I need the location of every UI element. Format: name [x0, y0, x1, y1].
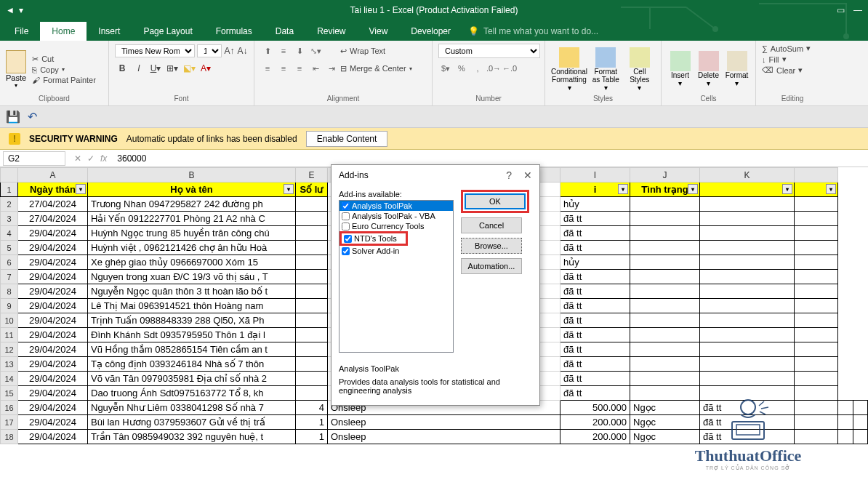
- copy-button[interactable]: ⎘Copy▾: [32, 65, 96, 74]
- align-bottom-icon[interactable]: ⬇: [292, 44, 307, 58]
- cell-styles-button[interactable]: Cell Styles▾: [624, 47, 656, 92]
- indent-inc-icon[interactable]: ⇥: [324, 61, 339, 76]
- filter-arrow-icon[interactable]: ▾: [782, 184, 792, 194]
- group-label-number: Number: [438, 95, 539, 103]
- number-format-select[interactable]: Custom: [438, 44, 540, 58]
- tab-file[interactable]: File: [3, 22, 40, 41]
- filter-arrow-icon[interactable]: ▾: [688, 184, 698, 194]
- align-center-icon[interactable]: ≡: [276, 61, 291, 76]
- close-icon[interactable]: ✕: [523, 169, 532, 181]
- delete-cells-button[interactable]: Delete▾: [696, 51, 721, 87]
- tab-developer[interactable]: Developer: [399, 22, 462, 41]
- align-left-icon[interactable]: ≡: [260, 61, 275, 76]
- name-box[interactable]: [3, 151, 65, 166]
- undo-icon[interactable]: ↶: [28, 110, 37, 124]
- group-clipboard: Paste ▾ ✂Cut ⎘Copy▾ 🖌Format Painter Clip…: [0, 41, 109, 105]
- tab-insert[interactable]: Insert: [87, 22, 132, 41]
- minimize-icon[interactable]: —: [853, 5, 862, 15]
- clear-button[interactable]: ⌫Clear▾: [762, 65, 823, 75]
- enable-content-button[interactable]: Enable Content: [306, 131, 388, 147]
- decrease-decimal-icon[interactable]: ←.0: [502, 61, 517, 76]
- font-color-button[interactable]: A▾: [198, 61, 213, 76]
- tab-formulas[interactable]: Formulas: [204, 22, 264, 41]
- cellstyle-icon: [630, 47, 650, 68]
- format-as-table-button[interactable]: Format as Table▾: [590, 47, 622, 92]
- wrap-text-button[interactable]: ↩Wrap Text: [340, 44, 385, 58]
- cancel-formula-icon[interactable]: ✕: [74, 153, 81, 164]
- list-item: Analysis ToolPak - VBA: [339, 211, 453, 221]
- tab-home[interactable]: Home: [40, 22, 87, 41]
- qat-more-icon[interactable]: ▾: [19, 5, 23, 15]
- lightbulb-icon: 💡: [468, 26, 479, 36]
- ribbon-tabs: File Home Insert Page Layout Formulas Da…: [0, 20, 868, 41]
- paste-button[interactable]: Paste ▾: [6, 50, 26, 89]
- table-icon: [595, 47, 616, 68]
- list-item: Euro Currency Tools: [339, 221, 453, 231]
- filter-arrow-icon[interactable]: ▾: [284, 184, 294, 194]
- enter-formula-icon[interactable]: ✓: [87, 153, 95, 164]
- border-button[interactable]: ⊞▾: [165, 61, 180, 76]
- filter-arrow-icon[interactable]: ▾: [618, 184, 628, 194]
- list-item: Solver Add-in: [339, 246, 453, 256]
- back-icon[interactable]: ◄: [6, 5, 15, 15]
- eraser-icon: ⌫: [762, 65, 773, 75]
- currency-icon[interactable]: $▾: [438, 61, 453, 76]
- format-cells-button[interactable]: Format▾: [724, 51, 750, 87]
- warning-icon: !: [9, 133, 20, 145]
- col-header-status: Tình trạng▾: [630, 183, 700, 197]
- dialog-description: Analysis ToolPak Provides data analysis …: [331, 361, 539, 405]
- cut-button[interactable]: ✂Cut: [32, 55, 96, 64]
- bold-button[interactable]: B: [115, 61, 129, 76]
- automation-button[interactable]: Automation...: [461, 258, 522, 274]
- list-item: Analysis ToolPak: [339, 201, 453, 211]
- percent-icon[interactable]: %: [454, 61, 469, 76]
- dialog-titlebar[interactable]: Add-ins ? ✕: [331, 165, 539, 185]
- fill-button[interactable]: ↓Fill▾: [762, 55, 823, 64]
- ok-button[interactable]: OK: [465, 193, 526, 209]
- tell-me[interactable]: 💡 Tell me what you want to do...: [468, 26, 598, 41]
- browse-button[interactable]: Browse...: [461, 238, 522, 254]
- group-cells: Insert▾ Delete▾ Format▾ Cells: [662, 41, 756, 105]
- filter-arrow-icon[interactable]: ▾: [826, 184, 836, 194]
- font-size-select[interactable]: 13: [197, 44, 222, 57]
- fx-icon[interactable]: fx: [100, 153, 107, 164]
- align-right-icon[interactable]: ≡: [292, 61, 307, 76]
- align-middle-icon[interactable]: ≡: [276, 44, 291, 58]
- insert-icon: [670, 51, 691, 71]
- increase-font-icon[interactable]: A↑: [224, 44, 235, 58]
- table-row[interactable]: 18 29/04/2024 Trần Tân 0985949032 392 ng…: [1, 430, 868, 444]
- group-label-editing: Editing: [762, 95, 823, 103]
- format-painter-button[interactable]: 🖌Format Painter: [32, 76, 96, 84]
- group-alignment: ⬆ ≡ ⬇ ⤡▾ ↩Wrap Text ≡ ≡ ≡ ⇤ ⇥ ⊟Merge & C…: [254, 41, 433, 105]
- align-top-icon[interactable]: ⬆: [260, 44, 275, 58]
- cancel-button[interactable]: Cancel: [461, 217, 522, 233]
- increase-decimal-icon[interactable]: .0→: [486, 61, 501, 76]
- save-icon[interactable]: 💾: [6, 110, 20, 124]
- addins-listbox[interactable]: Analysis ToolPak Analysis ToolPak - VBA …: [339, 200, 454, 353]
- group-label-font: Font: [115, 95, 248, 103]
- ribbon-options-icon[interactable]: ▭: [837, 5, 845, 15]
- orientation-icon[interactable]: ⤡▾: [308, 44, 323, 58]
- table-row[interactable]: 17 29/04/2024 Bùi lan Hương 0379593607 G…: [1, 415, 868, 430]
- tab-view[interactable]: View: [358, 22, 400, 41]
- italic-button[interactable]: I: [132, 61, 146, 76]
- security-title: SECURITY WARNING: [29, 134, 118, 144]
- underline-button[interactable]: U▾: [148, 61, 163, 76]
- filter-arrow-icon[interactable]: ▾: [76, 184, 86, 194]
- tab-page-layout[interactable]: Page Layout: [132, 22, 204, 41]
- tab-review[interactable]: Review: [305, 22, 357, 41]
- merge-center-button[interactable]: ⊟Merge & Center▾: [340, 61, 412, 76]
- comma-icon[interactable]: ,: [470, 61, 485, 76]
- tab-data[interactable]: Data: [264, 22, 305, 41]
- decrease-font-icon[interactable]: A↓: [237, 44, 248, 58]
- font-name-select[interactable]: Times New Roma: [115, 44, 195, 57]
- autosum-button[interactable]: ∑AutoSum▾: [762, 44, 823, 53]
- help-icon[interactable]: ?: [506, 169, 512, 181]
- formula-input[interactable]: 360000: [113, 152, 868, 165]
- indent-dec-icon[interactable]: ⇤: [308, 61, 323, 76]
- addins-available-label: Add-ins available:: [339, 190, 454, 199]
- insert-cells-button[interactable]: Insert▾: [667, 51, 693, 87]
- fill-color-button[interactable]: ⬕▾: [182, 61, 196, 76]
- conditional-formatting-button[interactable]: Conditional Formatting▾: [551, 47, 587, 92]
- group-label-cells: Cells: [667, 95, 750, 103]
